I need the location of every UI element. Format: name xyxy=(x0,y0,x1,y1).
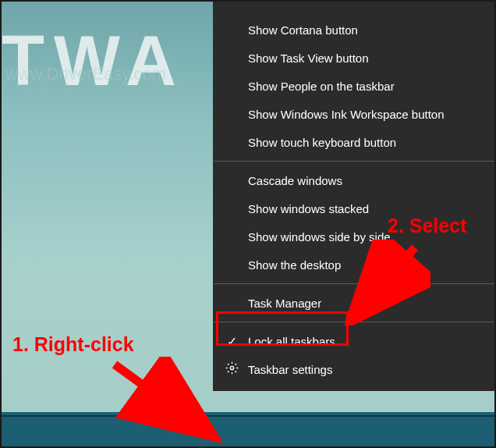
menu-label: Show the desktop xyxy=(248,258,341,272)
gear-icon xyxy=(224,361,239,378)
svg-point-0 xyxy=(230,366,233,369)
menu-label: Show People on the taskbar xyxy=(248,80,395,93)
menu-label: Show Windows Ink Workspace button xyxy=(248,108,445,121)
menu-label: Show windows stacked xyxy=(248,202,369,215)
annotation-step1: 1. Right-click xyxy=(12,333,134,356)
menu-item-taskview[interactable]: Show Task View button xyxy=(213,44,495,72)
menu-item-touch-keyboard[interactable]: Show touch keyboard button xyxy=(213,128,495,156)
menu-item-lock-taskbars[interactable]: ✓ Lock all taskbars xyxy=(213,327,495,355)
wallpaper-watermark: www.DriverEasy.com xyxy=(5,64,166,84)
menu-label: Show Task View button xyxy=(248,52,369,65)
menu-label: Show Cortana button xyxy=(248,23,358,37)
menu-item-show-desktop[interactable]: Show the desktop xyxy=(213,251,495,279)
menu-item-cortana[interactable]: Show Cortana button xyxy=(213,16,495,44)
menu-item-cascade[interactable]: Cascade windows xyxy=(213,166,495,194)
menu-label: Cascade windows xyxy=(248,174,342,187)
menu-label: Task Manager xyxy=(248,297,321,310)
taskbar[interactable] xyxy=(2,415,494,446)
menu-item-ink[interactable]: Show Windows Ink Workspace button xyxy=(213,100,495,128)
menu-item-task-manager[interactable]: Task Manager xyxy=(213,289,495,317)
menu-label: Show touch keyboard button xyxy=(248,136,396,149)
menu-item-people[interactable]: Show People on the taskbar xyxy=(213,72,495,100)
menu-label: Show windows side by side xyxy=(248,230,391,244)
menu-separator xyxy=(214,161,494,162)
checkmark-icon: ✓ xyxy=(224,334,239,349)
menu-label: Taskbar settings xyxy=(248,363,332,376)
menu-separator xyxy=(214,322,494,322)
menu-item-taskbar-settings[interactable]: Taskbar settings xyxy=(213,355,495,383)
menu-label: Lock all taskbars xyxy=(248,335,335,348)
taskbar-context-menu: Show Cortana button Show Task View butto… xyxy=(213,2,495,391)
menu-separator xyxy=(214,283,494,284)
wallpaper-logo: TWA xyxy=(2,21,186,101)
annotation-step2: 2. Select xyxy=(388,215,466,237)
